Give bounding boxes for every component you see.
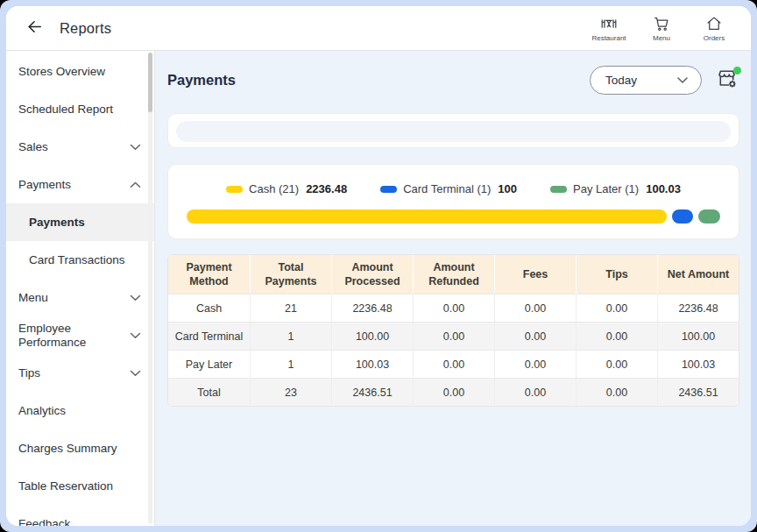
sidebar-item-scheduled-report[interactable]: Scheduled Report (6, 90, 154, 128)
legend-label: Card Terminal (1) (403, 182, 491, 195)
sidebar-item-analytics[interactable]: Analytics (6, 392, 154, 429)
sidebar-item-table-reservation[interactable]: Table Reservation (6, 467, 154, 505)
home-icon (704, 14, 724, 33)
table-row-pay-later: Pay Later1100.030.000.000.00100.03 (168, 350, 739, 378)
table-cell: 100.00 (657, 322, 739, 350)
date-range-value: Today (605, 74, 637, 87)
legend-label: Cash (21) (249, 182, 299, 195)
sidebar: Stores OverviewScheduled ReportSalesPaym… (6, 51, 155, 526)
cart-icon (652, 14, 671, 33)
section-title: Payments (167, 72, 236, 89)
bar-segment-cash (187, 209, 667, 223)
sidebar-item-label: Tips (18, 366, 40, 380)
legend-label: Pay Later (1) (573, 182, 639, 195)
stacked-bar-chart (187, 209, 720, 223)
legend-item-card-terminal-1: Card Terminal (1)100 (380, 182, 517, 195)
bar-segment-card-terminal (672, 209, 694, 223)
table-cell: 100.00 (331, 322, 413, 350)
sidebar-item-label: Payments (18, 178, 71, 192)
table-cell: 0.00 (413, 378, 494, 406)
table-cell: Total (168, 378, 250, 406)
arrow-left-icon (25, 17, 45, 40)
table-cell: 0.00 (576, 350, 657, 378)
page-title: Reports (60, 20, 111, 37)
sidebar-item-payments[interactable]: Payments (6, 166, 154, 203)
table-cell: 2236.48 (331, 294, 413, 322)
sidebar-item-label: Analytics (18, 404, 66, 418)
chevron-down-icon (130, 294, 141, 301)
column-header-net-amount: Net Amount (657, 255, 739, 294)
header-controls: Today (590, 66, 739, 95)
column-header-tips: Tips (576, 255, 657, 294)
app-window: Reports RestaurantMenuOrders Stores Over… (6, 6, 751, 526)
sidebar-nav: Stores OverviewScheduled ReportSalesPaym… (6, 53, 154, 526)
legend-value: 100.03 (646, 182, 681, 195)
table-row-card-terminal: Card Terminal1100.000.000.000.00100.00 (168, 322, 739, 350)
topbar-action-restaurant[interactable]: Restaurant (588, 14, 630, 42)
table-cell: Card Terminal (168, 322, 250, 350)
sidebar-item-label: Menu (18, 291, 48, 305)
sidebar-subitem-card-transactions[interactable]: Card Transactions (6, 241, 154, 279)
back-button[interactable] (22, 16, 46, 40)
main-header: Payments Today (167, 66, 739, 95)
content-area: Stores OverviewScheduled ReportSalesPaym… (6, 51, 751, 526)
topbar-action-menu[interactable]: Menu (640, 14, 683, 42)
table-row-cash: Cash212236.480.000.000.002236.48 (168, 294, 739, 322)
date-range-dropdown[interactable]: Today (590, 66, 702, 95)
sidebar-item-label: Sales (18, 140, 48, 154)
table-cell: 100.03 (331, 350, 413, 378)
legend-swatch (550, 186, 567, 193)
chevron-down-icon (676, 74, 689, 87)
sidebar-scrollbar-thumb[interactable] (148, 53, 152, 112)
table-cell: 100.03 (657, 350, 739, 378)
main-panel: Payments Today (155, 51, 751, 526)
bar-segment-pay-later (698, 209, 720, 223)
legend-swatch (226, 186, 243, 193)
top-bar: Reports RestaurantMenuOrders (6, 6, 751, 51)
sidebar-subitem-label: Card Transactions (29, 253, 125, 267)
store-selector-button[interactable] (713, 67, 739, 94)
sidebar-item-label: Scheduled Report (18, 103, 113, 117)
topbar-action-orders[interactable]: Orders (693, 14, 735, 42)
legend-swatch (380, 186, 397, 193)
chevron-up-icon (130, 181, 141, 188)
payments-chart-card: Cash (21)2236.48Card Terminal (1)100Pay … (167, 164, 739, 239)
sidebar-subitem-label: Payments (29, 216, 85, 230)
filter-bar-card (167, 113, 739, 148)
sidebar-item-feedback[interactable]: Feedback (6, 505, 154, 526)
topbar-action-label: Restaurant (591, 34, 626, 42)
sidebar-item-label: Stores Overview (18, 65, 105, 79)
table-cell: 1 (250, 322, 331, 350)
column-header-amount-refunded: Amount Refunded (413, 255, 494, 294)
column-header-fees: Fees (494, 255, 576, 294)
topbar-action-label: Orders (704, 34, 725, 42)
column-header-payment-method: Payment Method (168, 255, 250, 294)
table-cell: 0.00 (494, 322, 576, 350)
filter-bar-placeholder (176, 121, 731, 142)
table-cell: 0.00 (576, 322, 657, 350)
restaurant-table-icon (599, 14, 619, 33)
sidebar-item-charges-summary[interactable]: Charges Summary (6, 429, 154, 467)
chevron-down-icon (130, 144, 141, 151)
sidebar-subitem-payments[interactable]: Payments (6, 203, 154, 241)
table-cell: 0.00 (413, 350, 494, 378)
sidebar-item-menu[interactable]: Menu (6, 279, 154, 316)
sidebar-item-tips[interactable]: Tips (6, 354, 154, 392)
sidebar-scrollbar-track (148, 53, 152, 524)
sidebar-item-label: Feedback (18, 517, 70, 527)
table-cell: 0.00 (413, 294, 494, 322)
sidebar-item-sales[interactable]: Sales (6, 128, 154, 166)
notification-dot (733, 67, 741, 74)
sidebar-item-stores-overview[interactable]: Stores Overview (6, 53, 154, 90)
table-cell: 1 (250, 350, 331, 378)
table-cell: 23 (250, 378, 331, 406)
chevron-down-icon (130, 370, 141, 377)
chart-legend: Cash (21)2236.48Card Terminal (1)100Pay … (187, 182, 720, 195)
column-header-total-payments: Total Payments (250, 255, 331, 294)
table-row-total: Total232436.510.000.000.002436.51 (168, 378, 739, 406)
sidebar-item-employee-performance[interactable]: Employee Performance (6, 316, 154, 354)
table-cell: 2436.51 (331, 378, 413, 406)
app-frame: Reports RestaurantMenuOrders Stores Over… (0, 0, 757, 532)
legend-item-cash-21: Cash (21)2236.48 (226, 182, 347, 195)
table-cell: 2436.51 (657, 378, 739, 406)
